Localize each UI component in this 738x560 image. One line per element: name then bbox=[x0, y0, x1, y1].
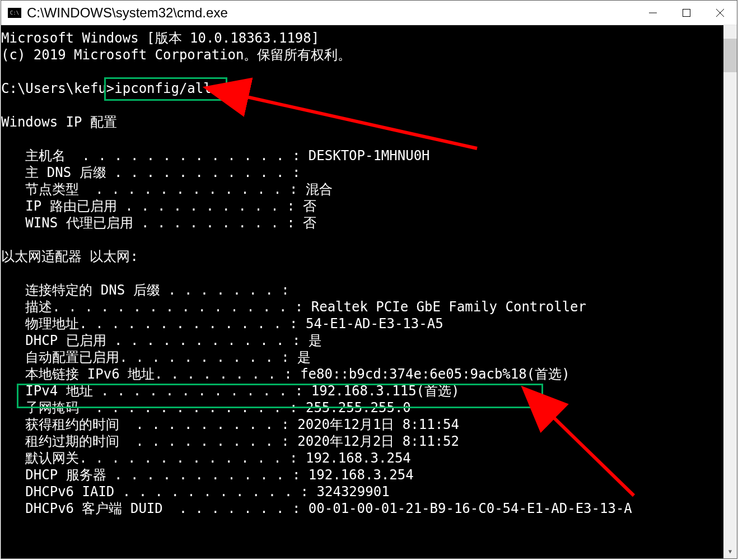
autoconf-value: 是 bbox=[297, 349, 311, 365]
dns-suffix-label: 主 DNS 后缀 . . . . . . . . . . . : bbox=[1, 165, 309, 180]
dhcpv6-iaid-value: 324329901 bbox=[317, 484, 390, 500]
scroll-down-button[interactable]: ▼ bbox=[723, 545, 737, 558]
mac-value: 54-E1-AD-E3-13-A5 bbox=[306, 316, 443, 332]
dhcpv6-duid-value: 00-01-00-01-21-B9-16-C0-54-E1-AD-E3-13-A bbox=[309, 501, 632, 516]
dhcp-server-label: DHCP 服务器 . . . . . . . . . . . : bbox=[1, 467, 309, 483]
vertical-scrollbar[interactable]: ▲ ▼ bbox=[723, 25, 737, 558]
dhcpv6-iaid-label: DHCPv6 IAID . . . . . . . . . . . : bbox=[1, 484, 317, 500]
ipv6-local-label: 本地链接 IPv6 地址. . . . . . . . : bbox=[1, 366, 300, 382]
wins-proxy-value: 否 bbox=[303, 215, 316, 231]
minimize-icon bbox=[649, 9, 657, 17]
close-button[interactable] bbox=[703, 1, 737, 25]
ipv4-value: 192.168.3.115(首选) bbox=[311, 383, 460, 399]
autoconf-label: 自动配置已启用. . . . . . . . . . : bbox=[1, 349, 297, 365]
dhcpv6-duid-label: DHCPv6 客户端 DUID . . . . . . . : bbox=[1, 501, 309, 516]
version-line: Microsoft Windows [版本 10.0.18363.1198] bbox=[1, 30, 319, 46]
minimize-button[interactable] bbox=[636, 1, 670, 25]
ip-routing-label: IP 路由已启用 . . . . . . . . . . : bbox=[1, 198, 303, 214]
ip-routing-value: 否 bbox=[303, 198, 316, 214]
terminal-output: Microsoft Windows [版本 10.0.18363.1198] (… bbox=[1, 30, 723, 517]
scroll-thumb[interactable] bbox=[723, 39, 737, 72]
wins-proxy-label: WINS 代理已启用 . . . . . . . . . : bbox=[1, 215, 303, 231]
cmd-icon bbox=[8, 8, 21, 18]
terminal-area[interactable]: Microsoft Windows [版本 10.0.18363.1198] (… bbox=[1, 25, 737, 558]
maximize-button[interactable] bbox=[670, 1, 703, 25]
lease-obtained-label: 获得租约的时间 . . . . . . . . . : bbox=[1, 417, 297, 432]
maximize-icon bbox=[683, 9, 690, 17]
adapter-header: 以太网适配器 以太网: bbox=[1, 249, 138, 264]
lease-expires-value: 2020年12月2日 8:11:52 bbox=[297, 433, 459, 449]
mac-label: 物理地址. . . . . . . . . . . . . : bbox=[1, 316, 306, 332]
subnet-mask-value: 255.255.255.0 bbox=[306, 400, 411, 416]
subnet-mask-label: 子网掩码 . . . . . . . . . . . . : bbox=[1, 400, 306, 416]
gateway-label: 默认网关. . . . . . . . . . . . . : bbox=[1, 450, 306, 466]
gateway-value: 192.168.3.254 bbox=[306, 450, 411, 466]
titlebar[interactable]: C:\WINDOWS\system32\cmd.exe bbox=[1, 1, 737, 25]
ipv4-label: IPv4 地址 . . . . . . . . . . . . : bbox=[1, 383, 311, 399]
description-value: Realtek PCIe GbE Family Controller bbox=[311, 299, 586, 315]
ipv6-local-value: fe80::b9cd:374e:6e05:9acb%18(首选) bbox=[300, 366, 569, 382]
hostname-label: 主机名 . . . . . . . . . . . . . : bbox=[1, 148, 309, 164]
prompt-command: ipconfig/all bbox=[114, 81, 211, 96]
node-type-label: 节点类型 . . . . . . . . . . . . : bbox=[1, 181, 306, 197]
ipconfig-header: Windows IP 配置 bbox=[1, 114, 117, 130]
dhcp-server-value: 192.168.3.254 bbox=[309, 467, 414, 483]
lease-obtained-value: 2020年12月1日 8:11:54 bbox=[297, 417, 459, 432]
hostname-value: DESKTOP-1MHNU0H bbox=[309, 148, 430, 164]
prompt-path: C:\Users\kefu> bbox=[1, 81, 114, 96]
close-icon bbox=[716, 9, 724, 17]
dhcp-enabled-value: 是 bbox=[309, 333, 322, 348]
node-type-value: 混合 bbox=[306, 181, 333, 197]
window-title: C:\WINDOWS\system32\cmd.exe bbox=[27, 5, 636, 21]
dhcp-enabled-label: DHCP 已启用 . . . . . . . . . . . : bbox=[1, 333, 309, 348]
window-controls bbox=[636, 1, 737, 25]
copyright-line: (c) 2019 Microsoft Corporation。保留所有权利。 bbox=[1, 47, 351, 63]
lease-expires-label: 租约过期的时间 . . . . . . . . . : bbox=[1, 433, 297, 449]
conn-dns-label: 连接特定的 DNS 后缀 . . . . . . . : bbox=[1, 282, 297, 298]
cmd-window: C:\WINDOWS\system32\cmd.exe Microsoft Wi… bbox=[1, 0, 737, 559]
svg-rect-1 bbox=[683, 9, 690, 16]
description-label: 描述. . . . . . . . . . . . . . . : bbox=[1, 299, 311, 315]
